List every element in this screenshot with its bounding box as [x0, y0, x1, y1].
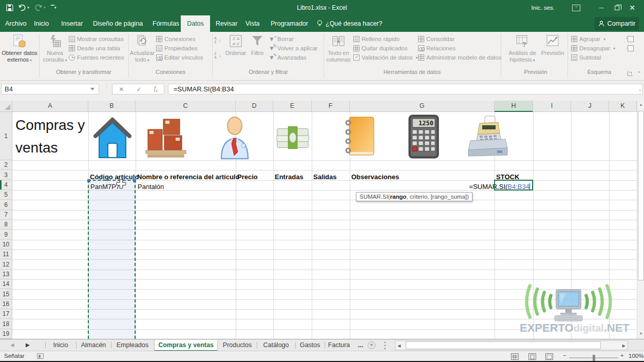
tab-datos-active[interactable]: Datos [181, 15, 210, 32]
ribbon-display-options-icon[interactable]: ⌃ [572, 5, 580, 11]
column-header-B[interactable]: B [88, 101, 136, 112]
page-break-view-icon[interactable] [545, 353, 553, 360]
recent-sources-item[interactable]: Fuentes recientes [69, 53, 124, 62]
formula-input[interactable]: =SUMAR.SI(B4:B34 [168, 84, 643, 94]
zoom-level[interactable]: 100% [629, 353, 643, 359]
select-all-corner[interactable] [0, 101, 12, 112]
refresh-all-button[interactable]: Actualizartodo▾ [129, 33, 155, 64]
ungroup-item[interactable]: Desagrupar▾ [571, 44, 615, 52]
tell-me-search[interactable]: ¿Qué desea hacer? [317, 15, 383, 32]
edit-links-item[interactable]: Editar vínculos [156, 53, 203, 62]
sheet-nav-right-icon[interactable]: ▶ [26, 342, 30, 348]
horizontal-scrollbar[interactable]: ◀ ▶ [395, 340, 628, 350]
sort-za-icon[interactable]: ZA↓ [214, 51, 221, 60]
boxes-pallet-icon[interactable] [145, 118, 187, 158]
tab-inicio[interactable]: Inicio [34, 15, 49, 32]
sheet-tab-empleados[interactable]: Empleados [111, 340, 154, 351]
properties-item[interactable]: Propiedades [156, 44, 198, 52]
row-header-14[interactable]: 14 [0, 279, 12, 289]
get-external-data-button[interactable]: Obtener datosexternos▾ [0, 33, 39, 64]
tab-archivo[interactable]: Archivo [5, 15, 27, 32]
row-header-19[interactable]: 19 [0, 329, 12, 339]
row-header-12[interactable]: 12 [0, 259, 12, 270]
clear-filter-item[interactable]: ▼×Borrar [268, 35, 294, 43]
text-to-columns-button[interactable]: Texto encolumnas [326, 33, 351, 63]
enter-icon[interactable]: ✓ [137, 86, 142, 93]
cancel-icon[interactable]: ✕ [119, 86, 124, 93]
zoom-slider-thumb[interactable] [593, 355, 595, 361]
vertical-scrollbar[interactable]: ▲ ▼ [637, 101, 644, 339]
row-header-2[interactable]: 2 [0, 160, 12, 170]
column-header-J[interactable]: J [571, 101, 609, 112]
tab-revisar[interactable]: Revisar [216, 15, 237, 32]
consolidate-item[interactable]: Consolidar [418, 35, 454, 43]
manage-data-model-item[interactable]: Administrar modelo de datos [418, 53, 501, 62]
sign-in-label[interactable]: Inic. ses. [532, 5, 555, 11]
row-header-13[interactable]: 13 [0, 270, 12, 279]
row-header-4[interactable]: 4 [0, 180, 12, 190]
column-header-D[interactable]: D [236, 101, 273, 112]
insert-function-icon[interactable]: fx [154, 85, 158, 93]
normal-view-icon[interactable] [511, 353, 519, 360]
esquema-dialog-launcher[interactable] [628, 71, 633, 76]
hide-detail-icon[interactable]: ⁻ [626, 44, 634, 52]
hscroll-left-icon[interactable]: ◀ [397, 344, 401, 348]
row-header-8[interactable]: 8 [0, 220, 12, 230]
sheet-grid[interactable]: Compras yventas Código artículo Nombre o… [12, 112, 637, 339]
tab-formulas[interactable]: Fórmulas [153, 15, 179, 32]
sheet-tab-compras-y-ventas[interactable]: Compras y ventas [154, 340, 218, 351]
collapse-ribbon-icon[interactable]: ⌃ [637, 71, 641, 76]
remove-duplicates-item[interactable]: Quitar duplicados [353, 44, 408, 52]
connections-item[interactable]: Conexiones [156, 35, 196, 43]
column-header-A[interactable]: A [12, 101, 88, 112]
forecast-sheet-button[interactable]: Previsión [539, 33, 566, 56]
sheet-tab-inicio[interactable]: Inicio [45, 340, 76, 351]
money-icon[interactable] [275, 124, 311, 151]
sheet-tab-almacén[interactable]: Almacén [76, 340, 111, 351]
scroll-up-icon[interactable]: ▲ [637, 103, 644, 106]
sheet-tab-productos[interactable]: Productos [218, 340, 257, 351]
subtotal-item[interactable]: Subtotal [571, 53, 601, 62]
calculator-icon[interactable]: 1250 [408, 114, 440, 159]
close-button[interactable]: ✕ [624, 0, 640, 15]
advanced-filter-item[interactable]: ▼✎Avanzadas [268, 53, 307, 62]
sheet-tab-factura[interactable]: Factura [325, 340, 353, 351]
row-header-6[interactable]: 6 [0, 200, 12, 210]
row-header-1[interactable]: 1 [0, 112, 12, 160]
reapply-filter-item[interactable]: ▼↻Volver a aplicar [268, 44, 318, 52]
vertical-scroll-thumb[interactable] [638, 111, 644, 280]
tab-programador[interactable]: Programador [271, 15, 308, 32]
page-layout-view-icon[interactable] [528, 353, 536, 360]
row-header-3[interactable]: 3 [0, 170, 12, 180]
show-queries-item[interactable]: Mostrar consultas [69, 35, 124, 43]
new-sheet-button[interactable]: + [368, 341, 375, 349]
name-box[interactable]: B4 [1, 84, 99, 94]
scroll-down-icon[interactable]: ▼ [637, 332, 644, 335]
restore-button[interactable] [609, 0, 624, 15]
zoom-in-icon[interactable]: + [620, 352, 624, 358]
column-header-F[interactable]: F [312, 101, 350, 112]
column-header-K[interactable]: K [609, 101, 637, 112]
group-item[interactable]: Agrupar▾ [571, 35, 605, 43]
from-table-item[interactable]: Desde una tabla [69, 44, 120, 52]
name-box-arrow[interactable] [90, 88, 94, 90]
sheet-tab-gastos[interactable]: Gastos [295, 340, 325, 351]
share-button[interactable]: Compartir [595, 17, 639, 30]
column-header-H[interactable]: H [495, 101, 533, 112]
tab-diseno[interactable]: Diseño de página [93, 15, 143, 32]
tab-vista[interactable]: Vista [245, 15, 260, 32]
new-query-button[interactable]: Nuevaconsulta▾ [42, 33, 68, 64]
row-header-9[interactable]: 9 [0, 230, 12, 240]
column-header-C[interactable]: C [136, 101, 236, 112]
tab-insertar[interactable]: Insertar [61, 15, 83, 32]
sort-button[interactable]: ZAAZ Ordenar [224, 33, 248, 56]
person-icon[interactable] [218, 115, 252, 160]
column-header-G[interactable]: G [350, 101, 495, 112]
show-detail-icon[interactable]: ⁺ [626, 35, 634, 43]
row-header-11[interactable]: 11 [0, 250, 12, 259]
horizontal-scroll-thumb[interactable] [406, 341, 601, 349]
row-header-10[interactable]: 10 [0, 240, 12, 250]
data-validation-item[interactable]: Validación de datos▾ [353, 53, 418, 62]
filter-button[interactable]: Filtro [249, 33, 266, 56]
sheet-tab-kebab[interactable]: ••• [384, 341, 386, 350]
